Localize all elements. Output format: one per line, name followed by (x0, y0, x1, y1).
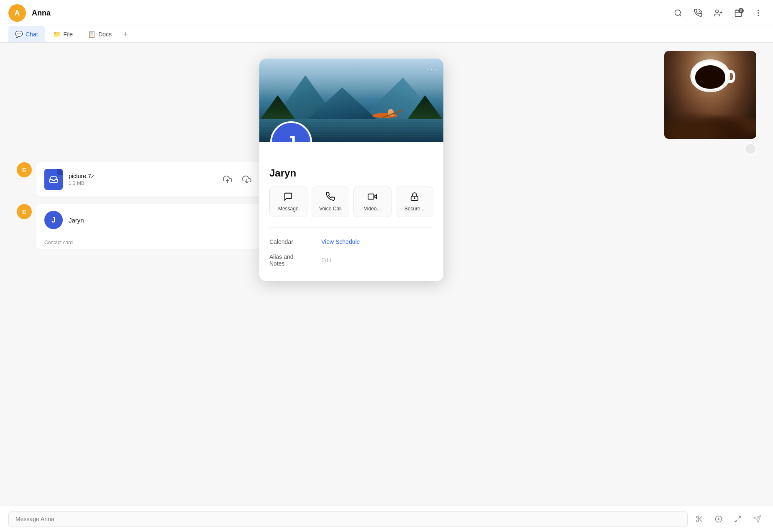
svg-point-15 (696, 520, 699, 522)
svg-point-11 (758, 15, 759, 16)
file-type-icon (44, 169, 63, 190)
popup-banner: ··· J (259, 59, 443, 142)
add-tab-button[interactable]: + (120, 27, 131, 42)
file-details: picture.7z 1.3 MB (69, 173, 215, 186)
coffee-image (664, 51, 756, 139)
header-actions: 8 (672, 7, 765, 19)
tab-docs[interactable]: 📋 Docs (81, 26, 118, 42)
search-icon[interactable] (672, 7, 684, 19)
svg-line-18 (698, 518, 699, 519)
chat-tab-icon: 💬 (15, 31, 23, 38)
contact-card-inner: J Jaryn (36, 204, 262, 236)
svg-line-1 (680, 15, 681, 16)
header: A Anna 8 (0, 0, 773, 26)
svg-line-23 (735, 520, 737, 522)
send-button[interactable] (750, 512, 765, 527)
file-actions (221, 173, 253, 186)
popup-actions: Message Voice Call Video... (269, 187, 433, 217)
video-action-icon (368, 192, 377, 203)
file-tab-icon: 📁 (53, 31, 61, 38)
secure-action-label: Secure... (404, 206, 425, 212)
file-name: picture.7z (69, 173, 215, 179)
file-message: picture.7z 1.3 MB (36, 162, 262, 197)
expand-icon[interactable] (730, 512, 745, 527)
message-action-icon (284, 192, 293, 203)
svg-line-17 (700, 520, 702, 522)
svg-rect-27 (368, 194, 374, 200)
svg-point-10 (758, 13, 759, 13)
popup-info: Calendar View Schedule Alias andNotes Ed… (269, 227, 433, 271)
contact-name: Jaryn (69, 217, 84, 224)
more-options-icon[interactable] (752, 7, 765, 19)
calendar-badge: 8 (738, 8, 744, 13)
image-message (664, 51, 756, 139)
sender-avatar: E (17, 162, 32, 177)
secure-action-button[interactable]: Secure... (396, 187, 434, 217)
tabs-bar: 💬 Chat 📁 File 📋 Docs + (0, 26, 773, 43)
input-area (0, 506, 773, 532)
svg-marker-26 (374, 194, 376, 198)
info-row-alias: Alias andNotes Edit (269, 249, 433, 271)
svg-point-14 (696, 516, 699, 518)
contact-avatar: J (44, 211, 63, 229)
voice-call-action-label: Voice Call (319, 206, 341, 212)
voice-call-action-button[interactable]: Voice Call (312, 187, 350, 217)
docs-tab-icon: 📋 (88, 31, 96, 38)
popup-body: Jaryn Message Voice Call (259, 142, 443, 281)
svg-point-2 (716, 10, 719, 13)
phone-icon[interactable] (692, 7, 704, 19)
contact-card-message: J Jaryn Contact card (36, 204, 262, 249)
avatar: A (8, 4, 26, 22)
file-size: 1.3 MB (69, 180, 215, 186)
video-action-label: Video... (364, 206, 381, 212)
popup-more-icon[interactable]: ··· (427, 64, 438, 74)
tab-file[interactable]: 📁 File (46, 26, 80, 42)
svg-point-29 (414, 198, 415, 199)
secure-action-icon (410, 192, 419, 203)
contact-popup: ··· J Jaryn Message Voice Call (259, 59, 443, 281)
popup-contact-name: Jaryn (269, 167, 433, 179)
scissors-icon[interactable] (692, 512, 707, 527)
add-user-icon[interactable] (712, 7, 724, 19)
tab-file-label: File (64, 31, 73, 38)
reaction-button[interactable] (745, 143, 756, 155)
sender-avatar: E (17, 204, 32, 219)
download-icon[interactable] (240, 173, 253, 186)
view-schedule-link[interactable]: View Schedule (321, 238, 360, 245)
calendar-label: Calendar (269, 238, 315, 245)
message-action-label: Message (278, 206, 299, 212)
upload-icon[interactable] (221, 173, 234, 186)
message-input[interactable] (8, 511, 688, 527)
page-title: Anna (32, 9, 672, 18)
voice-call-action-icon (326, 192, 335, 203)
svg-line-22 (739, 516, 741, 518)
info-row-calendar: Calendar View Schedule (269, 234, 433, 249)
message-action-button[interactable]: Message (269, 187, 307, 217)
edit-alias-link[interactable]: Edit (321, 257, 331, 263)
contact-card-label: Contact card (36, 236, 262, 249)
tab-docs-label: Docs (98, 31, 112, 38)
calendar-icon[interactable]: 8 (732, 7, 745, 19)
tab-chat[interactable]: 💬 Chat (8, 26, 45, 42)
alias-label: Alias andNotes (269, 253, 315, 267)
svg-point-9 (758, 10, 759, 11)
tab-chat-label: Chat (26, 31, 38, 38)
add-icon[interactable] (711, 512, 726, 527)
video-action-button[interactable]: Video... (353, 187, 392, 217)
